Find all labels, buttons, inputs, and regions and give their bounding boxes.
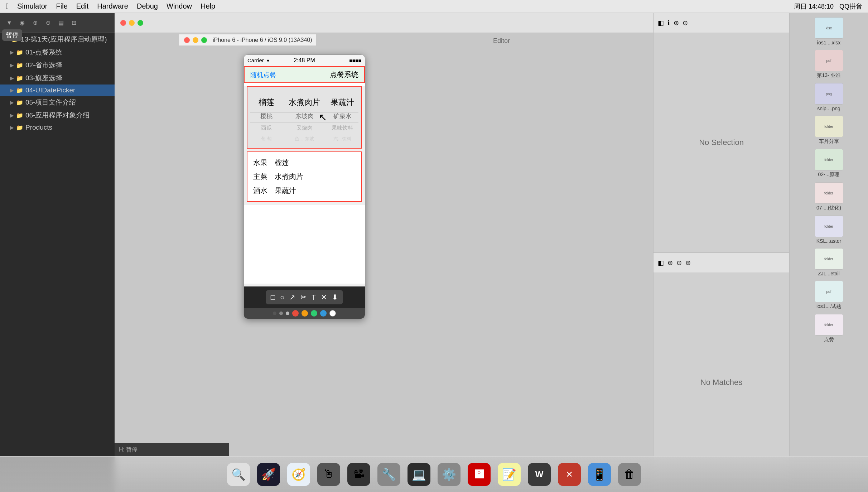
- picker-col-1[interactable]: 榴莲 樱桃 西瓜 葡 萄: [247, 87, 285, 148]
- folder-icon: 📁: [16, 75, 23, 82]
- pen-icon[interactable]: ✂: [300, 293, 307, 302]
- dock-item-prefs[interactable]: ⚙️: [436, 462, 462, 487]
- sidebar-btn-4[interactable]: ⊖: [43, 18, 53, 28]
- inspector-btn-2[interactable]: ℹ: [667, 19, 670, 27]
- picker-separator-top: [250, 112, 358, 113]
- library-btn-2[interactable]: ⊕: [667, 259, 673, 267]
- close-tool-icon[interactable]: ✕: [321, 293, 327, 302]
- dock-item-mouse[interactable]: 🖱: [316, 462, 342, 487]
- folder-icon: 📁: [16, 124, 23, 131]
- bottom-inspector-toolbar: ◧ ⊕ ⊙ ⊕: [654, 253, 789, 273]
- file-thumb-1[interactable]: xlsx ios1....xlsx: [791, 16, 867, 47]
- picker-item: 果味饮料: [323, 122, 361, 134]
- sidebar-btn-6[interactable]: ⊞: [69, 18, 79, 28]
- dock-item-trash[interactable]: 🗑: [617, 462, 642, 487]
- dock-item-notes[interactable]: 📝: [496, 462, 522, 487]
- file-thumb-4[interactable]: folder 车丹分享: [791, 114, 867, 146]
- sidebar-item-5[interactable]: ▶ 📁 05-项目文件介绍: [0, 96, 115, 109]
- nav-back-button[interactable]: 随机点餐: [250, 71, 276, 79]
- status-label: H: 暂停: [119, 446, 138, 454]
- maximize-button[interactable]: [138, 20, 143, 26]
- file-label-10: 点赞: [824, 337, 834, 343]
- color-dot-orange[interactable]: [302, 310, 308, 317]
- menu-help[interactable]: Help: [201, 2, 215, 10]
- inspector-btn-4[interactable]: ⊙: [683, 19, 688, 27]
- menu-qq: QQ拼音: [839, 2, 862, 11]
- sidebar-item-6[interactable]: ▶ 📁 06-应用程序对象介绍: [0, 109, 115, 122]
- library-btn-3[interactable]: ⊙: [676, 259, 682, 267]
- file-thumb-7[interactable]: folder KSL...aster: [791, 214, 867, 245]
- sidebar-item-2[interactable]: ▶ 📁 02-省市选择: [0, 59, 115, 72]
- main-layout: ▼ ◉ ⊕ ⊖ ▤ ⊞ 暂停 ▼ 📁 13-第1天(应用程序启动原理) ▶ 📁 …: [0, 13, 868, 492]
- library-btn-4[interactable]: ⊕: [685, 259, 691, 267]
- search-library-btn[interactable]: ◧: [658, 259, 664, 267]
- dock-item-app3[interactable]: ✕: [556, 462, 582, 487]
- menu-window[interactable]: Window: [167, 2, 192, 10]
- sidebar-btn-1[interactable]: ▼: [4, 18, 14, 28]
- sim-close-btn[interactable]: [184, 37, 190, 43]
- dock-item-quicktime[interactable]: 📽: [346, 462, 372, 487]
- dock-item-app1[interactable]: 🅿: [466, 462, 492, 487]
- no-selection-label: No Selection: [699, 138, 744, 147]
- picker-item: 西瓜: [247, 122, 285, 134]
- sidebar-btn-3[interactable]: ⊕: [30, 18, 40, 28]
- pause-button[interactable]: 暂停: [2, 29, 22, 41]
- dock-item-ios[interactable]: 📱: [587, 462, 612, 487]
- picker-view[interactable]: 榴莲 樱桃 西瓜 葡 萄 水煮肉片 东坡肉 叉烧肉: [247, 86, 362, 149]
- sidebar-item-1[interactable]: ▶ 📁 01-点餐系统: [0, 46, 115, 59]
- menu-debug[interactable]: Debug: [137, 2, 158, 10]
- text-icon[interactable]: T: [312, 293, 316, 302]
- close-button[interactable]: [120, 20, 126, 26]
- picker-item: [247, 91, 285, 95]
- menu-file[interactable]: File: [56, 2, 68, 10]
- menu-time: 周日 14:48:10: [794, 2, 834, 11]
- file-thumb-3[interactable]: png snip....png: [791, 82, 867, 113]
- carrier-label: Carrier: [247, 57, 264, 63]
- color-dot-blue[interactable]: [320, 310, 327, 317]
- menu-hardware[interactable]: Hardware: [97, 2, 128, 10]
- file-thumb-5[interactable]: folder 02-...原理: [791, 148, 867, 179]
- circle-icon[interactable]: ○: [280, 293, 284, 302]
- color-dot-3[interactable]: [286, 312, 289, 315]
- sim-max-btn[interactable]: [201, 37, 207, 43]
- wifi-icon: ▾: [267, 58, 269, 63]
- menu-edit[interactable]: Edit: [76, 2, 88, 10]
- color-dot-green[interactable]: [311, 310, 317, 317]
- apple-menu[interactable]: : [6, 2, 9, 11]
- tree-item-label: 06-应用程序对象介绍: [25, 111, 90, 120]
- dock-item-app2[interactable]: W: [526, 462, 552, 487]
- picker-col-2[interactable]: 水煮肉片 东坡肉 叉烧肉 鱼... 东坡: [285, 87, 323, 148]
- file-thumb-2[interactable]: pdf 第13- 业准: [791, 48, 867, 80]
- color-dot-white[interactable]: [329, 310, 336, 317]
- toolbar-shapes-group: □ ○ ↗ ✂ T ✕ ⬇: [266, 290, 343, 304]
- dock-item-safari[interactable]: 🧭: [286, 462, 312, 487]
- picker-item: 鱼... 东坡: [285, 134, 323, 144]
- sidebar-item-3[interactable]: ▶ 📁 03-旗座选择: [0, 72, 115, 85]
- file-thumb-9[interactable]: pdf ios1....试题: [791, 279, 867, 311]
- file-thumb-6[interactable]: folder 07-...(优化): [791, 181, 867, 213]
- sidebar-btn-2[interactable]: ◉: [17, 18, 27, 28]
- minimize-button[interactable]: [129, 20, 135, 26]
- safari-icon: 🧭: [287, 463, 310, 486]
- sidebar-item-4[interactable]: ▶ 📁 04-UIDatePicker: [0, 85, 115, 96]
- sim-min-btn[interactable]: [193, 37, 198, 43]
- arrow-tool-icon[interactable]: ↗: [289, 293, 295, 302]
- file-thumb-8[interactable]: folder ZJL...etail: [791, 247, 867, 278]
- menu-simulator[interactable]: Simulator: [17, 2, 47, 10]
- dock-item-launchpad[interactable]: 🚀: [256, 462, 281, 487]
- dock-item-tools[interactable]: 🔧: [376, 462, 402, 487]
- sidebar-item-products[interactable]: ▶ 📁 Products: [0, 122, 115, 133]
- file-thumb-10[interactable]: folder 点赞: [791, 313, 867, 344]
- color-dot-2[interactable]: [279, 312, 283, 315]
- battery-icon: ■■■■: [349, 58, 361, 63]
- rect-icon[interactable]: □: [271, 293, 275, 302]
- picker-col-3[interactable]: 果蔬汁 矿泉水 果味饮料 汽...饮料: [323, 87, 361, 148]
- inspector-btn-1[interactable]: ◧: [658, 19, 664, 27]
- inspector-btn-3[interactable]: ⊕: [674, 19, 679, 27]
- dock-item-finder[interactable]: 🔍: [226, 462, 251, 487]
- download-icon[interactable]: ⬇: [332, 293, 338, 302]
- color-dot-red[interactable]: [292, 310, 299, 317]
- color-dot-1[interactable]: [273, 312, 276, 315]
- dock-item-terminal[interactable]: 💻: [406, 462, 432, 487]
- sidebar-btn-5[interactable]: ▤: [56, 18, 66, 28]
